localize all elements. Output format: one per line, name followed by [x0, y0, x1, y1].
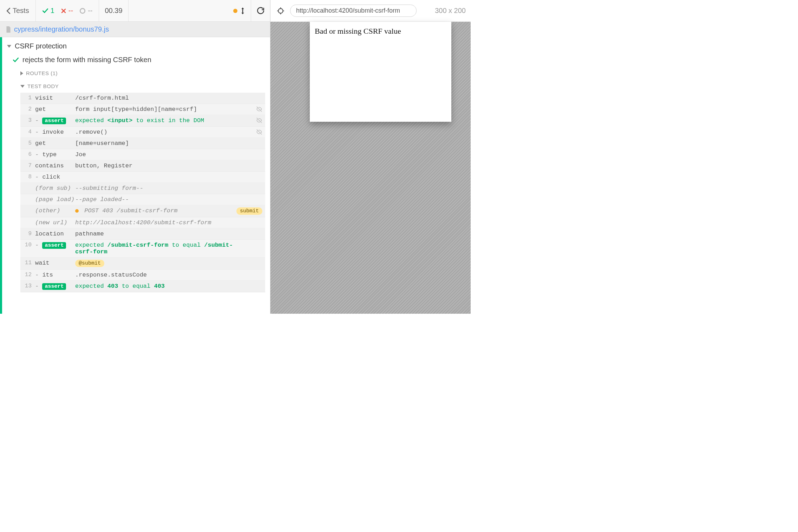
command-number: 4 — [22, 129, 34, 135]
command-event-row[interactable]: (page load)--page loaded-- — [20, 194, 265, 205]
command-message: form input[type=hidden][name=csrf] — [75, 106, 249, 113]
command-number: 11 — [22, 260, 34, 266]
command-row[interactable]: 9locationpathname — [20, 228, 265, 240]
command-name: wait — [35, 260, 74, 266]
failed-count: -- — [68, 7, 73, 15]
command-name: location — [35, 231, 74, 237]
command-message: --submitting form-- — [75, 185, 249, 192]
command-row[interactable]: 6typeJoe — [20, 149, 265, 160]
eye-off-icon — [256, 106, 262, 112]
command-row[interactable]: 1visit/csrf-form.html — [20, 93, 265, 104]
spec-file-bar[interactable]: cypress/integration/bonus79.js — [0, 22, 270, 37]
duration-value: 00.39 — [105, 7, 122, 15]
spec-file-path: cypress/integration/bonus79.js — [14, 25, 109, 33]
command-name: get — [35, 140, 74, 147]
command-row[interactable]: 10assertexpected /submit-csrf-form to eq… — [20, 240, 265, 258]
command-name: contains — [35, 162, 74, 169]
command-row[interactable]: 2getform input[type=hidden][name=csrf] — [20, 104, 265, 115]
body-section-header[interactable]: TEST BODY — [20, 80, 265, 93]
caret-down-icon — [20, 85, 25, 88]
back-label: Tests — [13, 7, 29, 15]
command-event-row[interactable]: (new url)http://localhost:4200/submit-cs… — [20, 217, 265, 228]
command-number: 2 — [22, 106, 34, 112]
duration: 00.39 — [99, 0, 128, 21]
aut-panel: http://localhost:4200/submit-csrf-form 3… — [270, 0, 471, 314]
command-number: 1 — [22, 95, 34, 101]
x-icon — [61, 8, 66, 14]
command-name: (form sub) — [35, 185, 74, 192]
command-event-row[interactable]: (form sub)--submitting form-- — [20, 183, 265, 194]
command-name: get — [35, 106, 74, 113]
aut-area: Bad or missing CSRF value — [270, 22, 471, 314]
eye-off-icon — [256, 117, 262, 124]
command-row[interactable]: 12its.response.statusCode — [20, 270, 265, 281]
command-name: (page load) — [35, 196, 74, 203]
command-number: 9 — [22, 231, 34, 237]
reporter-panel: Tests 1 -- -- 00.39 — [0, 0, 270, 314]
command-number: 10 — [22, 242, 34, 248]
svg-rect-1 — [242, 9, 243, 13]
body-label: TEST BODY — [27, 83, 59, 89]
routes-label: ROUTES (1) — [26, 70, 58, 76]
command-row[interactable]: 4invoke.remove() — [20, 127, 265, 138]
reporter-toolbar: Tests 1 -- -- 00.39 — [0, 0, 270, 22]
command-message: POST 403 /submit-csrf-form — [75, 207, 249, 214]
alias-pill: @submit — [75, 260, 104, 267]
command-row[interactable]: 3assertexpected <input> to exist in the … — [20, 115, 265, 127]
command-right — [250, 106, 262, 112]
command-number: 13 — [22, 283, 34, 289]
command-name: type — [35, 151, 74, 158]
page-body-text: Bad or missing CSRF value — [315, 27, 401, 35]
svg-point-0 — [80, 8, 85, 13]
command-row[interactable]: 8click — [20, 172, 265, 183]
command-number: 3 — [22, 117, 34, 124]
test-tree: CSRF protection rejects the form with mi… — [0, 37, 270, 314]
aut-url[interactable]: http://localhost:4200/submit-csrf-form — [290, 5, 417, 17]
command-row[interactable]: 5get[name=username] — [20, 138, 265, 149]
chevron-left-icon — [6, 8, 11, 14]
command-event-row[interactable]: (other) POST 403 /submit-csrf-formsubmit — [20, 205, 265, 217]
auto-scroll-toggle[interactable] — [228, 0, 251, 21]
assert-badge: assert — [42, 118, 66, 124]
command-name: assert — [35, 283, 74, 290]
command-message: expected <input> to exist in the DOM — [75, 117, 249, 124]
command-name: (new url) — [35, 219, 74, 226]
selector-playground-button[interactable] — [275, 6, 286, 16]
pending-icon — [79, 8, 86, 14]
routes-section-header[interactable]: ROUTES (1) — [20, 67, 265, 80]
back-to-tests-button[interactable]: Tests — [0, 0, 36, 21]
assert-badge: assert — [42, 283, 66, 290]
command-message: Joe — [75, 151, 249, 158]
reload-icon — [257, 7, 264, 15]
test-row[interactable]: rejects the form with missing CSRF token — [2, 53, 270, 67]
svg-point-2 — [278, 8, 283, 13]
passed-stat: 1 — [42, 7, 54, 15]
viewport-dimensions[interactable]: 300 x 200 — [435, 7, 466, 15]
app-root: Tests 1 -- -- 00.39 — [0, 0, 471, 314]
command-row[interactable]: 11wait@submit — [20, 258, 265, 270]
command-message: --page loaded-- — [75, 196, 249, 203]
command-right — [250, 117, 262, 124]
check-icon — [42, 8, 48, 14]
command-name: (other) — [35, 207, 74, 214]
suite-row[interactable]: CSRF protection — [2, 39, 270, 53]
command-message: /csrf-form.html — [75, 95, 249, 101]
command-message: .remove() — [75, 129, 249, 135]
command-message: [name=username] — [75, 140, 249, 147]
rerun-button[interactable] — [251, 0, 270, 21]
file-icon — [6, 26, 11, 33]
command-row[interactable]: 13assertexpected 403 to equal 403 — [20, 281, 265, 292]
xhr-dot-icon — [75, 209, 79, 213]
command-number: 7 — [22, 162, 34, 169]
command-number: 8 — [22, 174, 34, 180]
command-name: assert — [35, 117, 74, 124]
failed-stat: -- — [61, 7, 73, 15]
command-name: assert — [35, 242, 74, 249]
command-row[interactable]: 7containsbutton, Register — [20, 160, 265, 172]
toolbar-spacer — [129, 0, 228, 21]
test-title: rejects the form with missing CSRF token — [22, 56, 151, 64]
aut-toolbar: http://localhost:4200/submit-csrf-form 3… — [270, 0, 471, 22]
command-name: invoke — [35, 129, 74, 135]
aut-iframe[interactable]: Bad or missing CSRF value — [310, 22, 451, 122]
command-message: button, Register — [75, 162, 249, 169]
